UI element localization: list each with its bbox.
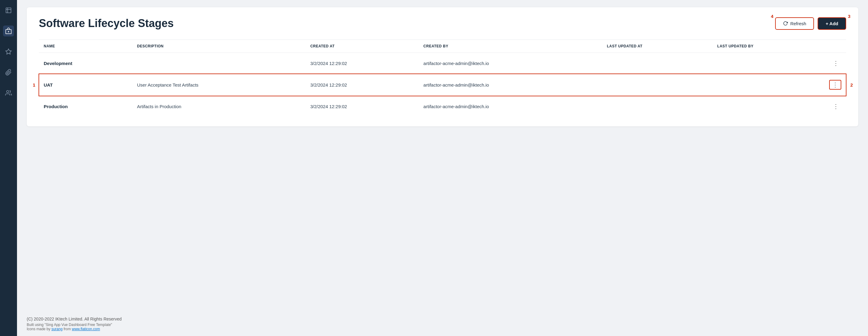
refresh-icon xyxy=(783,21,788,26)
col-created-by: CREATED BY xyxy=(418,40,602,53)
table-row: Production Artifacts in Production 3/2/2… xyxy=(39,96,846,117)
sidebar-item-users[interactable] xyxy=(3,87,14,99)
main-content: Software Lifecycle Stages 4 Refresh xyxy=(17,0,868,336)
row-actions-menu[interactable]: ⋮ xyxy=(829,80,841,90)
page-card: Software Lifecycle Stages 4 Refresh xyxy=(27,7,858,127)
sidebar-item-store[interactable] xyxy=(3,26,14,36)
table-row: 1 UAT User Acceptance Test Artifacts 3/2… xyxy=(39,74,846,96)
col-description: DESCRIPTION xyxy=(132,40,305,53)
svg-marker-6 xyxy=(6,49,11,54)
svg-rect-0 xyxy=(6,8,11,13)
sidebar-item-star[interactable] xyxy=(3,46,14,57)
footer-author-link[interactable]: surang xyxy=(51,327,63,331)
cell-created-by: artifactor-acme-admin@iktech.io xyxy=(418,53,602,74)
refresh-button[interactable]: Refresh xyxy=(775,17,814,30)
cell-created-by: artifactor-acme-admin@iktech.io xyxy=(418,74,602,96)
badge-1: 1 xyxy=(33,82,35,87)
badge-4: 4 xyxy=(771,14,773,19)
cell-last-updated-by xyxy=(712,53,824,74)
cell-created-at: 3/2/2024 12:29:02 xyxy=(305,53,418,74)
cell-last-updated-by xyxy=(712,74,824,96)
cell-description xyxy=(132,53,305,74)
add-wrapper: + Add 3 xyxy=(817,17,846,30)
table-row: Development 3/2/2024 12:29:02 artifactor… xyxy=(39,53,846,74)
table-container: NAME DESCRIPTION CREATED AT CREATED BY L… xyxy=(39,39,846,117)
svg-point-7 xyxy=(7,90,9,93)
col-created-at: CREATED AT xyxy=(305,40,418,53)
cell-created-at: 3/2/2024 12:29:02 xyxy=(305,74,418,96)
badge-2: 2 xyxy=(850,82,853,87)
cell-actions: ⋮ xyxy=(824,96,846,117)
cell-description: Artifacts in Production xyxy=(132,96,305,117)
badge-3: 3 xyxy=(848,14,850,19)
col-name: NAME xyxy=(39,40,132,53)
col-last-updated-at: LAST UPDATED AT xyxy=(602,40,713,53)
cell-last-updated-at xyxy=(602,53,713,74)
sidebar xyxy=(0,0,17,336)
cell-created-at: 3/2/2024 12:29:02 xyxy=(305,96,418,117)
cell-description: User Acceptance Test Artifacts xyxy=(132,74,305,96)
row-actions-menu[interactable]: ⋮ xyxy=(830,102,841,111)
cell-created-by: artifactor-acme-admin@iktech.io xyxy=(418,96,602,117)
add-button[interactable]: + Add xyxy=(817,17,846,30)
page-title: Software Lifecycle Stages xyxy=(39,17,174,30)
sidebar-item-paperclip[interactable] xyxy=(3,67,14,78)
cell-name: 1 UAT xyxy=(39,74,132,96)
cell-actions: 2⋮ xyxy=(824,74,846,96)
cell-name: Development xyxy=(39,53,132,74)
cell-last-updated-at xyxy=(602,74,713,96)
refresh-wrapper: 4 Refresh xyxy=(775,17,814,30)
footer: (C) 2020-2022 IKtech Limited. All Rights… xyxy=(17,310,868,336)
cell-name: Production xyxy=(39,96,132,117)
page-header: Software Lifecycle Stages 4 Refresh xyxy=(39,17,846,30)
col-last-updated-by: LAST UPDATED BY xyxy=(712,40,824,53)
footer-icons-credit: Icons made by xyxy=(27,327,51,331)
footer-sub: Built using "Sing App Vue Dashboard Free… xyxy=(27,323,858,331)
row-actions-menu[interactable]: ⋮ xyxy=(830,59,841,67)
footer-flaticon-link[interactable]: www.flaticon.com xyxy=(72,327,100,331)
footer-built-with: Built using "Sing App Vue Dashboard Free… xyxy=(27,323,112,327)
cell-last-updated-at xyxy=(602,96,713,117)
content-area: Software Lifecycle Stages 4 Refresh xyxy=(17,0,868,310)
lifecycle-table: NAME DESCRIPTION CREATED AT CREATED BY L… xyxy=(39,40,846,117)
col-actions xyxy=(824,40,846,53)
sidebar-item-building[interactable] xyxy=(3,5,14,16)
header-actions: 4 Refresh + Add xyxy=(775,17,846,30)
footer-icons-source: from xyxy=(63,327,72,331)
table-header-row: NAME DESCRIPTION CREATED AT CREATED BY L… xyxy=(39,40,846,53)
footer-copyright: (C) 2020-2022 IKtech Limited. All Rights… xyxy=(27,316,858,321)
cell-last-updated-by xyxy=(712,96,824,117)
cell-actions: ⋮ xyxy=(824,53,846,74)
